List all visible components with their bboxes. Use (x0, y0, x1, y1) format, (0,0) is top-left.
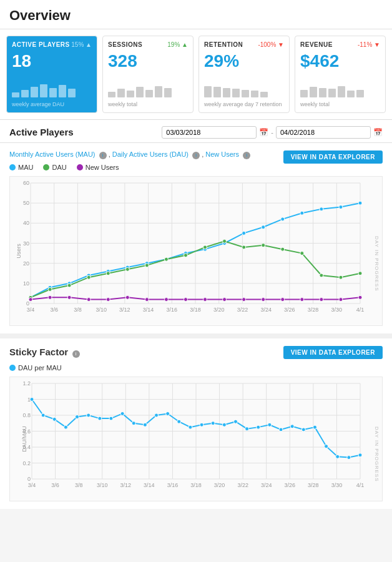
svg-point-154 (166, 412, 170, 415)
svg-text:3/26: 3/26 (285, 482, 296, 488)
svg-text:0: 0 (27, 476, 31, 482)
svg-text:20: 20 (23, 260, 29, 266)
svg-point-160 (233, 420, 237, 423)
svg-point-92 (262, 297, 265, 301)
svg-point-95 (320, 297, 323, 301)
metric-change: -100% ▼ (258, 41, 284, 48)
svg-text:0.4: 0.4 (22, 444, 31, 450)
svg-point-66 (106, 271, 110, 275)
metric-value: $462 (300, 51, 380, 72)
svg-point-158 (211, 421, 215, 425)
svg-point-70 (184, 253, 187, 257)
svg-point-169 (336, 455, 340, 458)
svg-point-64 (67, 283, 71, 287)
svg-text:4/1: 4/1 (356, 307, 365, 313)
svg-point-152 (143, 423, 147, 426)
svg-text:3/12: 3/12 (119, 307, 130, 313)
svg-point-157 (200, 423, 203, 426)
svg-text:3/8: 3/8 (74, 307, 82, 313)
date-to-input[interactable] (276, 126, 371, 139)
svg-point-65 (87, 275, 91, 279)
svg-point-79 (358, 271, 362, 275)
metric-change: -11% ▼ (358, 41, 380, 48)
svg-point-170 (347, 455, 351, 459)
svg-point-151 (132, 421, 135, 425)
metric-card-revenue: REVENUE -11% ▼ $462 weekly total (295, 36, 386, 113)
svg-point-81 (48, 295, 52, 299)
metrics-row: ACTIVE PLAYERS 15% ▲ 18 weekly average D… (0, 29, 392, 120)
metric-footer: weekly average day 7 retention (204, 101, 284, 107)
info-icon-dau[interactable]: i (192, 152, 200, 159)
svg-point-144 (52, 417, 56, 421)
mau-view-explorer-button[interactable]: VIEW IN DATA EXPLORER (283, 150, 383, 164)
svg-point-87 (164, 297, 168, 301)
svg-point-146 (76, 415, 79, 418)
svg-point-171 (358, 453, 362, 456)
info-icon-mau[interactable]: i (99, 152, 107, 159)
svg-text:3/10: 3/10 (97, 482, 108, 488)
calendar-icon-from: 📅 (259, 128, 268, 137)
svg-point-167 (313, 425, 316, 429)
date-range: 📅 - 📅 (162, 126, 383, 139)
svg-point-63 (48, 287, 52, 291)
active-players-section-header: Active Players 📅 - 📅 (0, 120, 392, 143)
sticky-title: Sticky Factor (9, 347, 68, 357)
svg-text:3/14: 3/14 (144, 482, 155, 488)
svg-text:60: 60 (23, 180, 29, 186)
svg-text:40: 40 (23, 220, 29, 226)
sticky-legend: DAU per MAU (9, 364, 383, 372)
svg-point-93 (281, 297, 285, 301)
svg-text:30: 30 (23, 240, 29, 246)
svg-text:3/18: 3/18 (190, 482, 202, 488)
svg-text:0.8: 0.8 (22, 412, 31, 418)
svg-point-94 (300, 297, 304, 301)
date-from-input[interactable] (162, 126, 257, 139)
svg-text:3/26: 3/26 (284, 307, 295, 313)
svg-point-89 (203, 297, 207, 301)
info-icon-sticky[interactable]: i (72, 350, 80, 358)
calendar-icon-to: 📅 (373, 128, 383, 137)
legend-item-sticky-dau-per-mau: DAU per MAU (9, 364, 62, 372)
metric-card-sessions: SESSIONS 19% ▲ 328 weekly total (102, 36, 194, 113)
metric-footer: weekly total (108, 101, 188, 107)
svg-text:3/24: 3/24 (260, 307, 272, 313)
info-icon-newusers[interactable]: i (243, 152, 250, 159)
svg-point-161 (245, 426, 249, 430)
svg-point-91 (242, 297, 246, 301)
active-players-title: Active Players (9, 127, 74, 137)
svg-point-85 (125, 295, 129, 299)
sticky-view-explorer-button[interactable]: VIEW IN DATA EXPLORER (283, 346, 383, 359)
svg-point-165 (290, 424, 294, 428)
mau-chart-container: Users 01020304050603/43/63/83/103/123/14… (9, 176, 383, 326)
sticky-header: Sticky Factor i VIEW IN DATA EXPLORER (9, 346, 383, 359)
metric-card-active-players: ACTIVE PLAYERS 15% ▲ 18 weekly average D… (6, 36, 97, 113)
metric-value: 29% (204, 51, 284, 72)
metric-value: 18 (12, 51, 92, 72)
svg-point-149 (109, 417, 113, 420)
svg-text:3/6: 3/6 (51, 482, 59, 488)
svg-point-61 (358, 201, 362, 205)
svg-text:1.2: 1.2 (22, 380, 31, 387)
metric-footer: weekly total (300, 101, 380, 107)
svg-point-88 (184, 297, 187, 301)
svg-point-163 (268, 423, 272, 426)
svg-point-73 (242, 245, 246, 249)
svg-text:3/24: 3/24 (261, 482, 272, 488)
metric-card-retention: RETENTION -100% ▼ 29% weekly average day… (198, 36, 290, 113)
svg-text:3/20: 3/20 (214, 482, 225, 488)
svg-text:3/18: 3/18 (190, 307, 201, 313)
sticky-day-in-progress-label: DAY IN PROGRESS (374, 426, 380, 482)
svg-text:4/1: 4/1 (356, 482, 365, 488)
svg-point-155 (177, 420, 181, 423)
svg-text:3/20: 3/20 (213, 307, 225, 313)
svg-point-84 (106, 297, 110, 301)
svg-text:3/16: 3/16 (167, 482, 179, 488)
svg-point-69 (164, 257, 168, 261)
svg-text:50: 50 (23, 200, 29, 206)
svg-text:3/8: 3/8 (75, 482, 83, 488)
page-title: Overview (0, 0, 392, 29)
svg-text:3/4: 3/4 (28, 482, 36, 488)
mau-chart-section: Monthly Active Users (MAU) i , Daily Act… (0, 143, 392, 338)
svg-point-57 (281, 217, 285, 220)
sticky-chart-container: DAU/MAU 00.20.40.60.811.23/43/63/83/103/… (9, 377, 383, 501)
